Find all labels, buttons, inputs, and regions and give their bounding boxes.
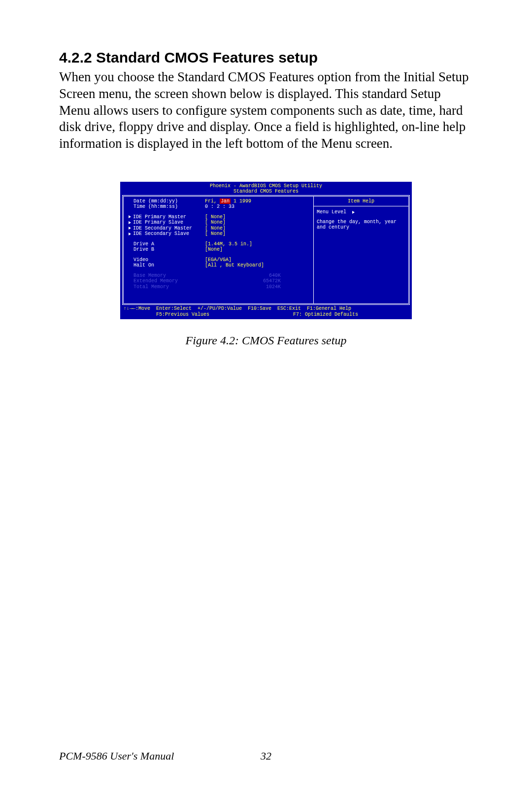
key-pupd: +/-/PU/PD:Value	[198, 306, 242, 312]
key-move: ↑↓→←:Move	[124, 306, 150, 312]
key-f5: F5:Previous Values	[156, 312, 209, 318]
bios-row-ide-ss[interactable]: IDE Secondary Slave [ None]	[129, 231, 310, 237]
bios-row-video[interactable]: Video [EGA/VGA]	[129, 257, 310, 263]
bios-screenshot: Phoenix - AwardBIOS CMOS Setup Utility S…	[120, 182, 412, 320]
bios-title-line2: Standard CMOS Features	[121, 189, 411, 195]
caret-icon	[129, 227, 131, 230]
footer-manual-title: PCM-9586 User's Manual	[59, 750, 174, 763]
key-f1: F1:General Help	[307, 306, 351, 312]
section-heading: 4.2.2 Standard CMOS Features setup	[59, 49, 473, 66]
date-rest: 1 1999	[233, 199, 251, 204]
bios-menu-level: Menu Level	[317, 209, 405, 215]
bios-left-panel: Date (mm:dd:yy) Fri, Jan 1 1999 Time (hh…	[124, 197, 313, 304]
bios-title-bar: Phoenix - AwardBIOS CMOS Setup Utility S…	[121, 182, 411, 195]
bios-row-time[interactable]: Time (hh:mm:ss) 0 : 2 : 33	[129, 204, 310, 210]
bios-row-total-mem: Total Memory 1024K	[129, 284, 310, 290]
caret-icon	[129, 215, 131, 218]
key-f7: F7: Optimized Defaults	[293, 312, 358, 318]
bios-row-date[interactable]: Date (mm:dd:yy) Fri, Jan 1 1999	[129, 199, 310, 204]
page-number: 32	[261, 750, 271, 763]
bios-help-panel: Item Help Menu Level Change the day, mon…	[313, 197, 408, 304]
figure-caption: Figure 4.2: CMOS Features setup	[59, 334, 473, 347]
bios-row-ext-mem: Extended Memory 65472K	[129, 278, 310, 284]
time-label: Time (hh:mm:ss)	[133, 204, 178, 209]
bios-help-title: Item Help	[314, 199, 408, 207]
bios-row-drive-a[interactable]: Drive A [1.44M, 3.5 in.]	[129, 241, 310, 247]
key-esc: ESC:Exit	[277, 306, 301, 312]
bios-footer-keys: ↑↓→←:Move Enter:Select +/-/PU/PD:Value F…	[121, 305, 411, 319]
bios-row-base-mem: Base Memory 640K	[129, 273, 310, 279]
bios-row-ide-sm[interactable]: IDE Secondary Master [ None]	[129, 226, 310, 232]
time-value: 0 : 2 : 33	[205, 204, 234, 210]
bios-row-drive-b[interactable]: Drive B [None]	[129, 247, 310, 253]
bios-title-line1: Phoenix - AwardBIOS CMOS Setup Utility	[121, 183, 411, 189]
caret-icon	[129, 232, 131, 235]
date-selected[interactable]: Jan	[220, 199, 231, 204]
key-enter: Enter:Select	[156, 306, 192, 312]
key-f10: F10:Save	[248, 306, 271, 312]
caret-icon	[129, 221, 131, 224]
bios-row-ide-pm[interactable]: IDE Primary Master [ None]	[129, 214, 310, 220]
bios-help-text: Change the day, month, year and century	[317, 219, 405, 231]
chevron-right-icon	[352, 211, 355, 214]
date-label: Date (mm:dd:yy)	[133, 199, 178, 204]
bios-row-halt[interactable]: Halt On [All , But Keyboard]	[129, 263, 310, 268]
section-paragraph: When you choose the Standard CMOS Featur…	[59, 69, 473, 152]
date-prefix: Fri,	[205, 199, 217, 204]
bios-row-ide-ps[interactable]: IDE Primary Slave [ None]	[129, 220, 310, 226]
